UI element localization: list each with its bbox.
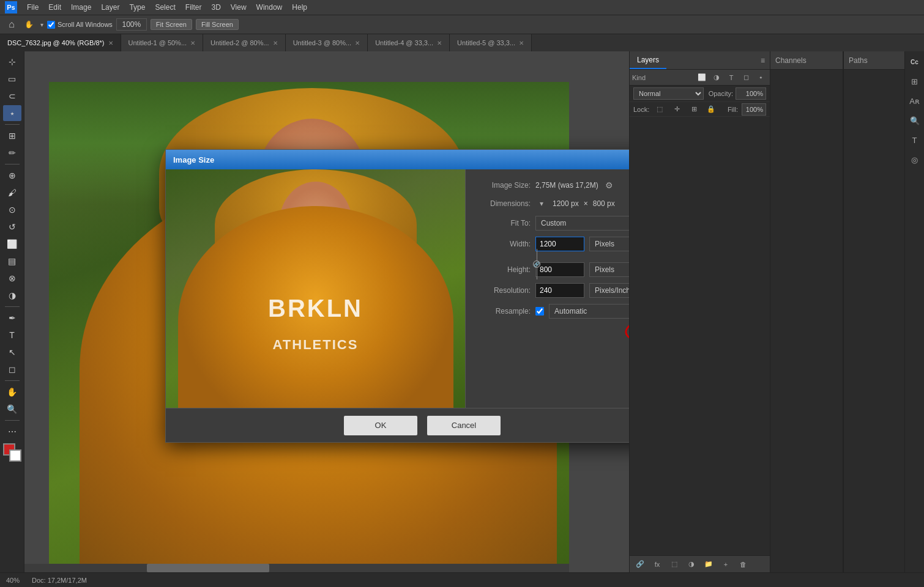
close-tab-untitled3[interactable]: ✕ (355, 40, 360, 46)
dimensions-arrow[interactable]: ▾ (535, 198, 548, 210)
width-input[interactable] (535, 237, 584, 251)
tab-dsc7632[interactable]: DSC_7632.jpg @ 40% (RGB/8*) ✕ (0, 34, 121, 51)
layers-panel-menu[interactable]: ≡ (756, 51, 770, 69)
color-boxes[interactable] (3, 443, 21, 462)
link-line-top (537, 249, 537, 260)
pixel-filter-btn[interactable]: ⬜ (695, 72, 709, 84)
right-icon-cc[interactable]: Cc (907, 54, 923, 70)
fit-to-select[interactable]: Custom Original Size Screen Resolution (535, 216, 629, 231)
shape-filter-btn[interactable]: ◻ (739, 72, 753, 84)
link-layers-btn[interactable]: 🔗 (633, 558, 647, 570)
opacity-input[interactable] (736, 87, 766, 100)
lock-position-btn[interactable]: ✛ (670, 103, 684, 116)
shape-tool[interactable]: ◻ (3, 361, 21, 377)
menu-window[interactable]: Window (253, 2, 286, 13)
type-filter-btn[interactable]: T (725, 72, 738, 84)
top-right-area: Layers ≡ Kind ⬜ ◑ T ◻ ⭑ Normal Multiply (629, 51, 924, 572)
home-icon[interactable]: ⌂ (5, 18, 18, 31)
group-btn[interactable]: 📁 (702, 558, 715, 570)
lock-pixels-btn[interactable]: ⬚ (653, 103, 666, 116)
zoom-tool[interactable]: 🔍 (3, 401, 21, 417)
adjustment-btn[interactable]: ◑ (685, 558, 698, 570)
image-size-gear-button[interactable]: ⚙ (603, 179, 616, 191)
smart-filter-btn[interactable]: ⭑ (754, 72, 767, 84)
move-tool[interactable]: ⊹ (3, 54, 21, 70)
resolution-input[interactable] (535, 283, 584, 298)
resample-checkbox[interactable] (535, 307, 544, 316)
right-icon-search[interactable]: 🔍 (907, 113, 923, 128)
brush-tool[interactable]: 🖌 (3, 185, 21, 201)
channels-header: Channels (770, 51, 843, 70)
new-layer-btn[interactable]: + (719, 558, 732, 570)
tool-options-arrow[interactable]: ▾ (40, 21, 43, 28)
resolution-label: Resolution: (475, 286, 531, 295)
type-tool[interactable]: T (3, 327, 21, 343)
healing-tool[interactable]: ⊕ (3, 168, 21, 183)
hand-tool[interactable]: ✋ (3, 384, 21, 400)
fx-btn[interactable]: fx (650, 558, 664, 570)
close-tab-dsc7632[interactable]: ✕ (108, 40, 113, 46)
menu-layer[interactable]: Layer (97, 2, 123, 13)
menu-view[interactable]: View (227, 2, 250, 13)
ok-button[interactable]: OK (344, 416, 417, 435)
tab-untitled3[interactable]: Untitled-3 @ 80%... ✕ (286, 34, 368, 51)
magic-wand-tool[interactable]: ⭑ (3, 105, 21, 121)
path-select[interactable]: ↖ (3, 344, 21, 360)
right-icon-libraries[interactable]: ⊞ (907, 73, 923, 89)
tab-untitled5[interactable]: Untitled-5 @ 33,3... ✕ (450, 34, 532, 51)
close-tab-untitled5[interactable]: ✕ (519, 40, 524, 46)
close-tab-untitled2[interactable]: ✕ (273, 40, 278, 46)
right-icon-type[interactable]: T (907, 132, 923, 148)
close-tab-untitled1[interactable]: ✕ (190, 40, 195, 46)
tab-untitled2[interactable]: Untitled-2 @ 80%... ✕ (203, 34, 286, 51)
lock-all-btn[interactable]: 🔒 (704, 103, 718, 116)
gradient-tool[interactable]: ▤ (3, 253, 21, 269)
width-unit-select[interactable]: Pixels Percent Inches cm (589, 237, 629, 251)
hand-tool-icon[interactable]: ✋ (22, 18, 35, 31)
right-icon-shapes[interactable]: ◎ (907, 152, 923, 168)
resample-select[interactable]: Automatic Preserve Details Bicubic Smoot… (549, 304, 629, 319)
resolution-unit-select[interactable]: Pixels/Inch Pixels/cm (589, 283, 629, 298)
menu-type[interactable]: Type (125, 2, 149, 13)
eyedropper-tool[interactable]: ✏ (3, 145, 21, 161)
menu-3d[interactable]: 3D (207, 2, 224, 13)
layers-tab[interactable]: Layers (630, 51, 666, 69)
scroll-all-checkbox[interactable] (47, 21, 55, 29)
adjustment-filter-btn[interactable]: ◑ (710, 72, 723, 84)
image-size-value: 2,75M (was 17,2M) (535, 181, 598, 190)
lock-artboard-btn[interactable]: ⊞ (687, 103, 701, 116)
dodge-tool[interactable]: ◑ (3, 287, 21, 303)
tab-untitled4[interactable]: Untitled-4 @ 33,3... ✕ (368, 34, 450, 51)
mask-btn[interactable]: ⬚ (668, 558, 681, 570)
blend-mode-select[interactable]: Normal Multiply Screen (633, 87, 704, 100)
close-tab-untitled4[interactable]: ✕ (437, 40, 442, 46)
right-icon-learn[interactable]: Aʀ (907, 93, 923, 109)
scrollbar-horizontal[interactable] (24, 564, 569, 572)
height-unit-select[interactable]: Pixels Percent Inches cm (589, 262, 629, 277)
menu-image[interactable]: Image (67, 2, 95, 13)
fill-screen-button[interactable]: Fill Screen (196, 19, 239, 30)
delete-layer-btn[interactable]: 🗑 (736, 558, 750, 570)
pen-tool[interactable]: ✒ (3, 310, 21, 326)
crop-tool[interactable]: ⊞ (3, 128, 21, 144)
extra-tools[interactable]: ⋯ (3, 424, 21, 440)
clone-tool[interactable]: ⊙ (3, 202, 21, 218)
menu-edit[interactable]: Edit (45, 2, 65, 13)
menu-select[interactable]: Select (151, 2, 179, 13)
selection-tool[interactable]: ▭ (3, 71, 21, 87)
menu-file[interactable]: File (23, 2, 42, 13)
fill-input[interactable] (742, 103, 766, 116)
background-color[interactable] (9, 449, 21, 462)
cancel-button[interactable]: Cancel (427, 416, 501, 435)
tab-untitled1[interactable]: Untitled-1 @ 50%... ✕ (121, 34, 204, 51)
height-input[interactable] (535, 262, 584, 277)
eraser-tool[interactable]: ⬜ (3, 236, 21, 252)
zoom-display[interactable]: 100% (116, 18, 147, 31)
lasso-tool[interactable]: ⊂ (3, 88, 21, 104)
blur-tool[interactable]: ⊗ (3, 270, 21, 286)
scrollbar-thumb-h[interactable] (147, 564, 269, 572)
menu-help[interactable]: Help (288, 2, 311, 13)
fit-screen-button[interactable]: Fit Screen (151, 19, 192, 30)
menu-filter[interactable]: Filter (182, 2, 206, 13)
history-brush[interactable]: ↺ (3, 219, 21, 235)
